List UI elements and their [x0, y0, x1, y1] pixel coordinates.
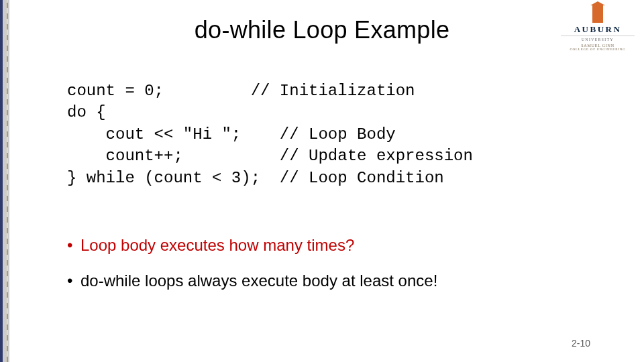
- code-line-5: } while (count < 3); // Loop Condition: [67, 169, 444, 187]
- university-logo: AUBURN UNIVERSITY SAMUEL GINN COLLEGE OF…: [561, 5, 635, 51]
- logo-tower-icon: [592, 5, 603, 23]
- bullet-dot-icon: •: [67, 270, 80, 291]
- logo-sub-text: UNIVERSITY: [561, 36, 635, 42]
- slide-title: do-while Loop Example: [0, 16, 644, 44]
- page-number: 2-10: [572, 338, 590, 349]
- code-line-3: cout << "Hi "; // Loop Body: [67, 125, 396, 143]
- code-line-4: count++; // Update expression: [67, 147, 473, 165]
- bullet-item-answer: • do-while loops always execute body at …: [67, 270, 590, 291]
- code-line-2: do {: [67, 103, 106, 121]
- code-line-1: count = 0; // Initialization: [67, 82, 415, 100]
- bullet-text-1: Loop body executes how many times?: [80, 235, 354, 255]
- bullet-list: • Loop body executes how many times? • d…: [67, 235, 590, 306]
- bullet-item-question: • Loop body executes how many times?: [67, 235, 590, 255]
- code-example: count = 0; // Initialization do { cout <…: [67, 80, 473, 189]
- bullet-text-2: do-while loops always execute body at le…: [80, 270, 437, 291]
- left-accent-stripe: [0, 0, 9, 362]
- logo-main-text: AUBURN: [561, 24, 635, 35]
- bullet-dot-icon: •: [67, 235, 80, 255]
- logo-college-line2: COLLEGE OF ENGINEERING: [561, 48, 635, 51]
